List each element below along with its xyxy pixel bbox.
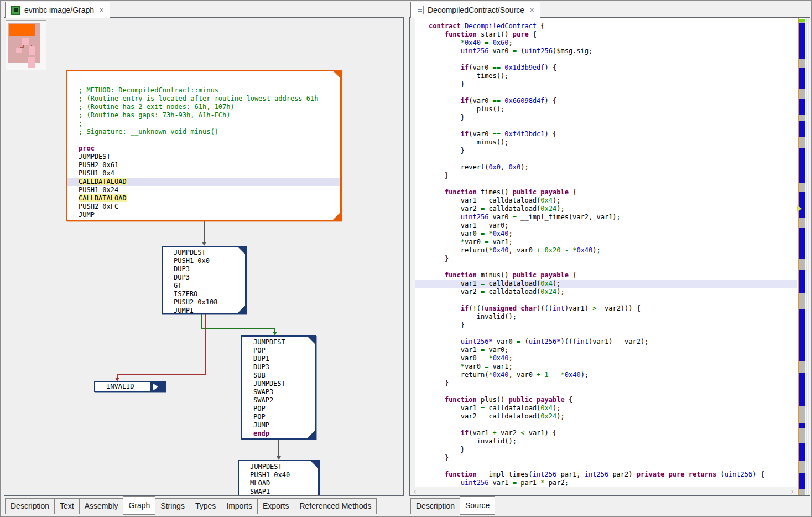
code-line[interactable]: if(var0 == 0x66098d4f) { bbox=[415, 97, 797, 105]
code-line[interactable]: if(!((unsigned char)(((int)var1) >= var2… bbox=[415, 304, 797, 313]
code-line[interactable] bbox=[415, 180, 797, 188]
code-line[interactable]: invalid(); bbox=[415, 313, 797, 321]
source-code[interactable]: contract DecompiledContract { function s… bbox=[415, 18, 797, 487]
code-line[interactable]: uint256* var0 = (uint256*)(((int)var1) -… bbox=[415, 338, 797, 346]
code-line[interactable]: return(*0x40, var0 + 0x20 - *0x40); bbox=[415, 246, 797, 255]
code-line[interactable]: } bbox=[415, 113, 797, 122]
graph-block-line: ; (Routine entry is located after routin… bbox=[67, 95, 340, 103]
graph-block-line: POP bbox=[242, 347, 315, 355]
tab-source-view[interactable]: DecompiledContract/Source ✕ bbox=[410, 2, 540, 18]
code-line[interactable] bbox=[415, 329, 797, 338]
bottom-tab-strings[interactable]: Strings bbox=[155, 498, 190, 514]
minimap-shape bbox=[28, 57, 35, 68]
code-line[interactable]: var1 = var0; bbox=[415, 346, 797, 354]
code-line[interactable] bbox=[415, 122, 797, 130]
overview-ruler[interactable] bbox=[797, 18, 805, 495]
graph-block-line: JUMPDEST bbox=[67, 153, 340, 161]
code-line[interactable]: function __impl_times(int256 par1, int25… bbox=[415, 471, 797, 479]
code-line[interactable]: var2 = calldataload(0x24); bbox=[415, 205, 797, 213]
code-line[interactable]: minus(); bbox=[415, 138, 797, 147]
code-line[interactable] bbox=[415, 263, 797, 271]
code-line[interactable]: } bbox=[415, 321, 797, 329]
code-line[interactable]: var0 = *0x40; bbox=[415, 354, 797, 363]
vertical-scrollbar[interactable] bbox=[805, 18, 810, 495]
code-line[interactable] bbox=[415, 296, 797, 304]
code-line[interactable]: } bbox=[415, 379, 797, 387]
code-line[interactable]: uint256 var0 = (uint256)$msg.sig; bbox=[415, 47, 797, 55]
code-line[interactable]: var1 = calldataload(0x4); bbox=[415, 404, 797, 412]
code-line[interactable]: invalid(); bbox=[415, 437, 797, 446]
code-line[interactable] bbox=[415, 462, 797, 471]
horizontal-scrollbar[interactable]: ‹ › bbox=[410, 487, 797, 495]
ruler-blue-mark bbox=[799, 192, 805, 218]
graph-minimap[interactable] bbox=[6, 20, 46, 70]
code-line[interactable]: plus(); bbox=[415, 105, 797, 113]
bottom-tab-text[interactable]: Text bbox=[54, 498, 80, 514]
code-line[interactable]: function start() pure { bbox=[415, 30, 797, 39]
code-line[interactable]: if(var0 == 0x1d3b9edf) { bbox=[415, 64, 797, 72]
code-line[interactable]: var1 = calldataload(0x4); bbox=[415, 280, 797, 288]
bottom-tab-exports[interactable]: Exports bbox=[257, 498, 294, 514]
code-line[interactable]: function plus() public payable { bbox=[415, 396, 797, 404]
edge-arrowhead bbox=[277, 456, 281, 460]
code-line[interactable]: var0 = *0x40; bbox=[415, 230, 797, 238]
code-line[interactable] bbox=[415, 387, 797, 396]
code-line[interactable]: function times() public payable { bbox=[415, 188, 797, 197]
graph-block-cmp[interactable]: JUMPDESTPUSH1 0x0DUP3DUP3GTISZEROPUSH2 0… bbox=[162, 246, 247, 314]
tab-graph-view[interactable]: evmbc image/Graph ✕ bbox=[5, 2, 110, 18]
code-line[interactable]: uint256 var0 = __impl_times(var2, var1); bbox=[415, 213, 797, 221]
code-line[interactable]: } bbox=[415, 147, 797, 155]
close-icon[interactable]: ✕ bbox=[99, 7, 104, 14]
code-line[interactable] bbox=[415, 155, 797, 163]
graph-block-entry[interactable]: ; METHOD: DecompiledContract::minus; (Ro… bbox=[66, 70, 342, 221]
graph-block-ret[interactable]: JUMPDESTPUSH1 0x40MLOADSWAP1DUP2 bbox=[238, 460, 320, 496]
bottom-tab-types[interactable]: Types bbox=[190, 498, 221, 514]
bottom-tab-source[interactable]: Source bbox=[460, 496, 495, 515]
code-line[interactable]: if(var0 == 0xf4f3bdc1) { bbox=[415, 130, 797, 138]
bottom-tab-description[interactable]: Description bbox=[410, 498, 460, 514]
code-line[interactable]: var1 = calldataload(0x4); bbox=[415, 197, 797, 205]
code-line[interactable]: *var0 = var1; bbox=[415, 238, 797, 246]
bottom-tab-assembly[interactable]: Assembly bbox=[79, 498, 124, 514]
bottom-tab-graph[interactable]: Graph bbox=[123, 496, 155, 515]
ruler-blue-mark bbox=[799, 443, 805, 461]
graph-block-invalid[interactable]: INVALID bbox=[94, 381, 166, 392]
code-line[interactable] bbox=[415, 421, 797, 429]
graph-block-sub[interactable]: JUMPDESTPOPDUP1DUP3SUBJUMPDESTSWAP3SWAP2… bbox=[241, 335, 316, 440]
graph-block-line: JUMPDEST bbox=[163, 249, 245, 257]
bottom-tab-referenced-methods[interactable]: Referenced Methods bbox=[294, 498, 377, 514]
bottom-tab-description[interactable]: Description bbox=[5, 498, 55, 514]
code-line[interactable]: } bbox=[415, 454, 797, 462]
code-line[interactable] bbox=[415, 89, 797, 97]
code-line[interactable]: *var0 = var1; bbox=[415, 363, 797, 371]
code-line[interactable]: contract DecompiledContract { bbox=[415, 22, 797, 30]
code-line[interactable]: var2 = calldataload(0x24); bbox=[415, 288, 797, 296]
code-line[interactable]: } bbox=[415, 80, 797, 89]
code-line[interactable]: return(*0x40, var0 + 1 - *0x40); bbox=[415, 371, 797, 379]
code-line[interactable]: } bbox=[415, 446, 797, 454]
graph-canvas[interactable]: ; METHOD: DecompiledContract::minus; (Ro… bbox=[4, 18, 403, 495]
bottom-tab-imports[interactable]: Imports bbox=[221, 498, 258, 514]
ruler-blue-mark bbox=[799, 23, 805, 59]
code-line[interactable]: var2 = calldataload(0x24); bbox=[415, 412, 797, 421]
scroll-left-icon[interactable]: ‹ bbox=[413, 488, 417, 495]
graph-block-line: PUSH1 0x4 bbox=[67, 169, 340, 178]
code-line[interactable]: revert(0x0, 0x0); bbox=[415, 163, 797, 172]
code-line[interactable]: *0x40 = 0x60; bbox=[415, 39, 797, 47]
code-line[interactable]: times(); bbox=[415, 72, 797, 80]
graph-block-line: JUMP bbox=[242, 421, 315, 430]
scroll-right-icon[interactable]: › bbox=[790, 488, 794, 495]
close-icon[interactable]: ✕ bbox=[529, 7, 534, 14]
graph-block-line: CALLDATALOAD bbox=[67, 194, 340, 203]
code-line[interactable]: } bbox=[415, 172, 797, 180]
code-line[interactable]: if(var1 + var2 < var1) { bbox=[415, 429, 797, 437]
graph-block-line: PUSH1 0x40 bbox=[239, 471, 318, 479]
graph-block-line: ISZERO bbox=[163, 290, 245, 298]
code-line[interactable]: var1 = var0; bbox=[415, 221, 797, 230]
code-line[interactable]: } bbox=[415, 255, 797, 263]
code-line[interactable] bbox=[415, 55, 797, 64]
graph-block-line: ; (Routine has 2 exit nodes: 61h, 107h) bbox=[67, 103, 340, 111]
code-line[interactable]: uint256 var1 = par1 * par2; bbox=[415, 479, 797, 487]
code-line[interactable]: function minus() public payable { bbox=[415, 271, 797, 280]
graph-block-line: ; Signature: __unknown void minus() bbox=[67, 128, 340, 136]
